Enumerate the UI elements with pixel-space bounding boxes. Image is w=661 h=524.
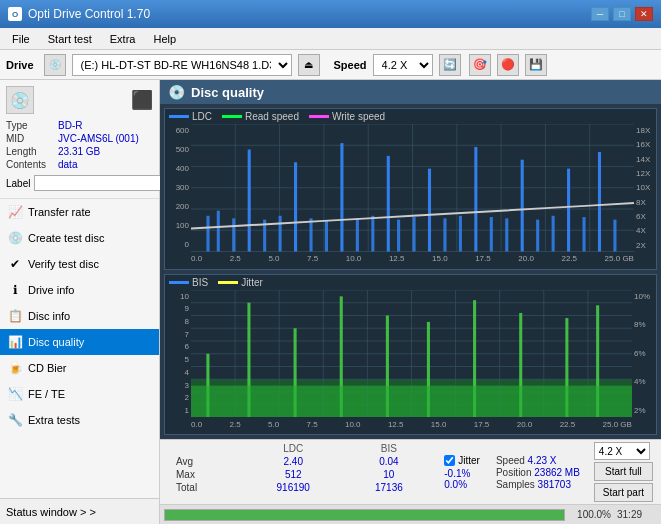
minimize-button[interactable]: ─: [591, 7, 609, 21]
x-label-50: 5.0: [268, 254, 279, 263]
speed-label: Speed: [334, 59, 367, 71]
eject-button[interactable]: ⏏: [298, 54, 320, 76]
svg-rect-31: [428, 169, 431, 252]
y-bot-right-6pct: 6%: [634, 349, 654, 358]
speed-select-stats[interactable]: 4.2 X: [594, 442, 650, 460]
sidebar-item-transfer-rate[interactable]: 📈 Transfer rate: [0, 199, 159, 225]
x-bot-label-125: 12.5: [388, 420, 404, 429]
x-label-0: 0.0: [191, 254, 202, 263]
speed-select[interactable]: 4.2 X: [373, 54, 433, 76]
y-bot-5: 5: [167, 355, 189, 364]
content-title: Disc quality: [191, 85, 264, 100]
speed-save-icon[interactable]: 💾: [525, 54, 547, 76]
disc-label-input[interactable]: [34, 175, 167, 191]
sidebar-item-drive-info[interactable]: ℹ Drive info: [0, 277, 159, 303]
disc-mid-value: JVC-AMS6L (001): [58, 133, 139, 144]
speed-row-label: Speed: [496, 455, 528, 466]
progress-fill: [165, 510, 564, 520]
fe-te-icon: 📉: [8, 387, 22, 401]
y-bot-right-8pct: 8%: [634, 320, 654, 329]
svg-rect-22: [294, 162, 297, 251]
drivebar: Drive 💿 (E:) HL-DT-ST BD-RE WH16NS48 1.D…: [0, 50, 661, 80]
jitter-checkbox[interactable]: [444, 455, 455, 466]
x-bot-label-25: 2.5: [229, 420, 240, 429]
sidebar-item-extra-tests[interactable]: 🔧 Extra tests: [0, 407, 159, 433]
speed-refresh-icon[interactable]: 🔄: [439, 54, 461, 76]
menu-start-test[interactable]: Start test: [40, 31, 100, 47]
total-label: Total: [164, 481, 243, 494]
y-top-label-600: 600: [167, 126, 189, 135]
x-bot-label-150: 15.0: [431, 420, 447, 429]
progress-track: [164, 509, 565, 521]
x-label-125: 12.5: [389, 254, 405, 263]
read-speed-legend-color: [222, 115, 242, 118]
x-label-200: 20.0: [518, 254, 534, 263]
svg-rect-43: [613, 220, 616, 252]
x-bot-label-75: 7.5: [306, 420, 317, 429]
y-bot-1: 1: [167, 406, 189, 415]
speed-value: 4.23 X: [528, 455, 557, 466]
write-speed-legend-color: [309, 115, 329, 118]
menu-file[interactable]: File: [4, 31, 38, 47]
y-top-label-500: 500: [167, 145, 189, 154]
x-label-25: 2.5: [230, 254, 241, 263]
sidebar: 💿 ⬛ Type BD-R MID JVC-AMS6L (001) Length…: [0, 80, 160, 524]
x-bot-label-0: 0.0: [191, 420, 202, 429]
cd-bier-icon: 🍺: [8, 361, 22, 375]
ldc-legend-label: LDC: [192, 111, 212, 122]
svg-rect-34: [474, 147, 477, 252]
start-full-button[interactable]: Start full: [594, 462, 653, 481]
titlebar: O Opti Drive Control 1.70 ─ □ ✕: [0, 0, 661, 28]
menu-help[interactable]: Help: [145, 31, 184, 47]
y-top-label-0: 0: [167, 240, 189, 249]
svg-rect-21: [279, 216, 282, 252]
max-bis: 10: [343, 468, 434, 481]
jitter-legend-label: Jitter: [241, 277, 263, 288]
speed-icon2[interactable]: 🎯: [469, 54, 491, 76]
sidebar-item-fe-te[interactable]: 📉 FE / TE: [0, 381, 159, 407]
y-bot-3: 3: [167, 381, 189, 390]
app-icon: O: [8, 7, 22, 21]
y-top-right-12x: 12X: [636, 169, 654, 178]
disc-expand-icon[interactable]: ⬛: [131, 89, 153, 111]
stats-table: LDC BIS Avg 2.40 0.04 Max 512: [164, 442, 434, 502]
sidebar-item-verify-test-disc[interactable]: ✔ Verify test disc: [0, 251, 159, 277]
sidebar-item-create-test-disc[interactable]: 💿 Create test disc: [0, 225, 159, 251]
close-button[interactable]: ✕: [635, 7, 653, 21]
col-bis: BIS: [343, 442, 434, 455]
extra-tests-icon: 🔧: [8, 413, 22, 427]
drive-select[interactable]: (E:) HL-DT-ST BD-RE WH16NS48 1.D3: [72, 54, 292, 76]
x-bot-label-250: 25.0 GB: [603, 420, 632, 429]
y-top-right-8x: 8X: [636, 198, 654, 207]
start-part-button[interactable]: Start part: [594, 483, 653, 502]
max-ldc: 512: [243, 468, 343, 481]
maximize-button[interactable]: □: [613, 7, 631, 21]
sidebar-item-disc-info[interactable]: 📋 Disc info: [0, 303, 159, 329]
speed-icon3[interactable]: 🔴: [497, 54, 519, 76]
svg-rect-38: [536, 220, 539, 252]
disc-panel: 💿 ⬛ Type BD-R MID JVC-AMS6L (001) Length…: [0, 80, 159, 199]
sidebar-item-label: Create test disc: [28, 232, 104, 244]
sidebar-item-cd-bier[interactable]: 🍺 CD Bier: [0, 355, 159, 381]
disc-label-label: Label: [6, 178, 30, 189]
bis-legend-label: BIS: [192, 277, 208, 288]
y-top-label-300: 300: [167, 183, 189, 192]
sidebar-item-disc-quality[interactable]: 📊 Disc quality: [0, 329, 159, 355]
drive-label: Drive: [6, 59, 34, 71]
svg-rect-35: [490, 217, 493, 251]
read-speed-legend-label: Read speed: [245, 111, 299, 122]
position-label: Position: [496, 467, 534, 478]
status-window-button[interactable]: Status window > >: [0, 498, 159, 524]
y-top-label-400: 400: [167, 164, 189, 173]
nav-items: 📈 Transfer rate 💿 Create test disc ✔ Ver…: [0, 199, 159, 498]
menu-extra[interactable]: Extra: [102, 31, 144, 47]
speed-buttons-section: 4.2 X Start full Start part: [590, 442, 657, 502]
create-test-disc-icon: 💿: [8, 231, 22, 245]
disc-length-label: Length: [6, 146, 58, 157]
jitter-section: Jitter -0.1% 0.0%: [438, 442, 486, 502]
y-top-right-16x: 16X: [636, 140, 654, 149]
x-label-100: 10.0: [346, 254, 362, 263]
svg-rect-27: [371, 216, 374, 252]
progress-percent: 100.0%: [571, 509, 611, 520]
jitter-avg-val: -0.1%: [444, 468, 470, 479]
